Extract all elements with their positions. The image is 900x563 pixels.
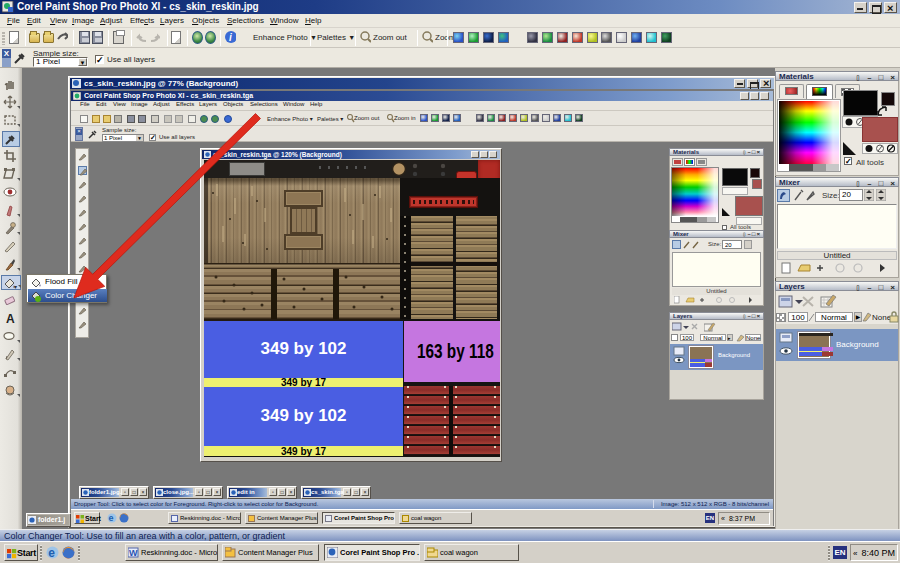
svg-text:▾: ▾ [14,284,17,290]
svg-text:e: e [109,513,114,523]
svg-text:W: W [129,548,138,558]
svg-text:i: i [229,32,232,43]
svg-text:e: e [48,546,55,559]
svg-text:A: A [6,312,15,325]
